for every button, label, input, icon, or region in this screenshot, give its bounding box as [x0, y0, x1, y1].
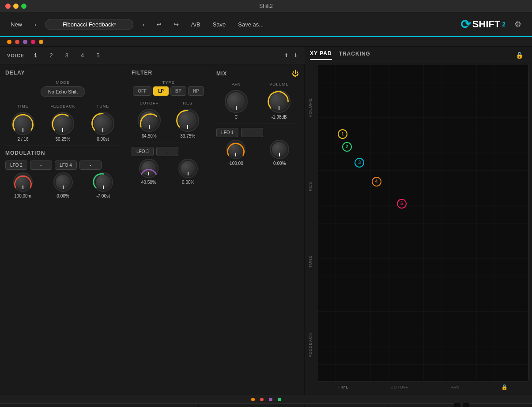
redo-button[interactable]: ↪: [170, 19, 182, 30]
mod-knob1[interactable]: [13, 172, 33, 192]
mod-dest1-button[interactable]: -: [30, 161, 52, 170]
undo-button[interactable]: ↩: [153, 19, 165, 30]
filter-off-button[interactable]: OFF: [133, 86, 151, 96]
filter-mod-knob2-value: 0.00%: [182, 180, 194, 185]
maximize-button[interactable]: [21, 4, 26, 9]
mix-power-button[interactable]: ⏻: [292, 70, 299, 78]
res-label: RES: [183, 101, 192, 105]
close-button[interactable]: [5, 4, 11, 9]
bottom-dot-2[interactable]: [260, 398, 264, 401]
filter-mod-dest-button[interactable]: -: [156, 147, 178, 156]
time-knob-container: TIME 2 / 16: [11, 104, 34, 142]
download-icon[interactable]: ⬇: [294, 52, 298, 58]
voice-3[interactable]: 3: [63, 51, 71, 60]
mod-lfo4-button[interactable]: LFO 4: [55, 161, 77, 170]
y-label-res: RES: [308, 182, 317, 191]
preset-name[interactable]: Fibonacci Feedback*: [45, 19, 133, 30]
delay-mode-button[interactable]: No Echo Shift: [41, 86, 85, 97]
window-title: Shift2: [259, 3, 273, 9]
pan-knob[interactable]: [225, 90, 248, 113]
volume-knob[interactable]: [268, 90, 291, 113]
xy-dot-5[interactable]: 5: [397, 199, 407, 209]
new-button[interactable]: New: [7, 19, 26, 30]
feedback-knob-container: FEEDBACK 50.25%: [50, 104, 75, 142]
mod-knob3[interactable]: [94, 172, 113, 192]
tune-knob[interactable]: [91, 112, 114, 135]
time-value: 2 / 16: [18, 137, 29, 142]
mod-knob1-value: 100.00m: [14, 194, 31, 198]
left-panel: VOICE 1 2 3 4 5 ⬆ ⬇ DELAY MODE No Echo S…: [0, 47, 305, 395]
mix-mod-knob2[interactable]: [270, 140, 289, 159]
filter-bp-button[interactable]: BP: [170, 86, 186, 96]
ab-button[interactable]: A/B: [188, 19, 204, 30]
xy-dot-3[interactable]: 3: [355, 158, 364, 168]
lock-icon-top[interactable]: 🔒: [516, 52, 523, 59]
minimize-button[interactable]: [13, 4, 19, 9]
xy-dot-2[interactable]: 2: [342, 142, 352, 152]
x-label-cutoff: CUTOFF: [390, 385, 409, 389]
filter-mod-knob1[interactable]: [139, 159, 158, 178]
feedback-knob[interactable]: [51, 112, 74, 135]
mod-dest2-button[interactable]: -: [79, 161, 102, 170]
toolbar: New ‹ Fibonacci Feedback* › ↩ ↪ A/B Save…: [0, 12, 532, 37]
svg-point-16: [140, 161, 157, 177]
upload-icon[interactable]: ⬆: [284, 52, 288, 58]
xy-pad-tab[interactable]: XY PAD: [310, 50, 332, 60]
mix-mod-dest-button[interactable]: -: [241, 128, 263, 137]
res-knob-container: RES 33.75%: [176, 101, 199, 138]
mix-mod-src-button[interactable]: LFO 1: [216, 128, 238, 137]
filter-title: FILTER: [132, 70, 205, 76]
traffic-lights-bar: [0, 37, 532, 47]
prev-preset-button[interactable]: ‹: [31, 19, 40, 30]
tune-value: 0.00st: [97, 137, 109, 142]
svg-point-6: [15, 174, 31, 190]
bottom-dot-4[interactable]: [278, 398, 281, 401]
cutoff-label: CUTOFF: [140, 101, 158, 105]
res-value: 33.75%: [180, 134, 195, 138]
svg-point-26: [272, 142, 288, 158]
voice-1[interactable]: 1: [31, 51, 40, 60]
filter-hp-button[interactable]: HP: [188, 86, 204, 96]
bottom-dot-3[interactable]: [269, 398, 272, 401]
pan-label: PAN: [231, 82, 241, 86]
filter-mod-src-button[interactable]: LFO 3: [132, 147, 154, 156]
filter-lp-button[interactable]: LP: [153, 86, 169, 96]
voice-bar: VOICE 1 2 3 4 5 ⬆ ⬇: [0, 47, 305, 64]
save-button[interactable]: Save: [209, 19, 230, 30]
cutoff-knob[interactable]: [138, 109, 161, 132]
delay-title: DELAY: [5, 70, 121, 76]
mix-title: MIX: [216, 71, 227, 77]
y-label-volume: VOLUME: [308, 98, 317, 117]
svg-point-18: [180, 161, 196, 177]
filter-type-label: TYPE: [132, 80, 205, 85]
time-knob[interactable]: [11, 112, 34, 135]
delay-knobs-row: TIME 2 / 16: [5, 104, 121, 142]
next-preset-button[interactable]: ›: [139, 19, 147, 30]
x-label-pan: PAN: [450, 385, 460, 389]
svg-rect-28: [317, 64, 528, 381]
tracking-tab[interactable]: TRACKING: [339, 51, 370, 60]
filter-mod-knob2[interactable]: [178, 159, 198, 178]
svg-point-20: [226, 92, 246, 112]
save-as-button[interactable]: Save as...: [234, 19, 267, 30]
xy-dot-1[interactable]: 1: [338, 129, 347, 139]
mix-mod-knob1-value: -100.00: [228, 161, 243, 166]
traffic-light-4: [31, 40, 35, 44]
mix-mod-knob2-container: 0.00%: [270, 140, 289, 166]
mod-knob2-value: 0.00%: [57, 194, 69, 198]
lock-icon-bottom[interactable]: 🔒: [501, 384, 508, 390]
res-knob[interactable]: [176, 109, 199, 132]
mod-knob2[interactable]: [53, 172, 73, 192]
voice-4[interactable]: 4: [78, 51, 87, 60]
main-area: VOICE 1 2 3 4 5 ⬆ ⬇ DELAY MODE No Echo S…: [0, 47, 532, 395]
bottom-dot-1[interactable]: [251, 398, 255, 401]
mix-mod-knob1[interactable]: [226, 140, 245, 159]
volume-value: -1.98dB: [272, 115, 287, 119]
svg-point-22: [269, 92, 289, 112]
xy-grid[interactable]: 1 2 3 4 5: [317, 64, 528, 381]
xy-dot-4[interactable]: 4: [372, 177, 381, 187]
settings-button[interactable]: ⚙: [511, 18, 525, 31]
voice-2[interactable]: 2: [47, 51, 55, 60]
mod-lfo2-button[interactable]: LFO 2: [5, 161, 27, 170]
voice-5[interactable]: 5: [94, 51, 102, 60]
